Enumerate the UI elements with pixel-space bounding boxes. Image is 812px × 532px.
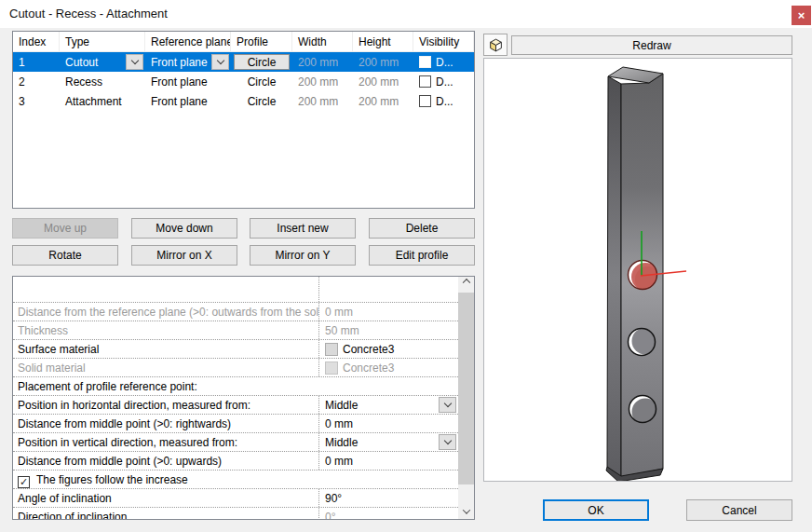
property-value[interactable]: 0 mm [319, 415, 458, 432]
cell-type: Attachment [60, 91, 145, 111]
chevron-down-icon [130, 57, 138, 64]
column-header-reference-plane: Reference plane [145, 32, 231, 51]
property-row-distance-rightwards: Distance from middle point (>0: rightwar… [13, 415, 458, 433]
cell-index: 1 [13, 52, 60, 72]
table-row-recess[interactable]: 2 Recess Front plane Circle 200 mm 200 m… [13, 72, 474, 91]
property-label: Surface material [13, 340, 319, 358]
cell-type: Cutout [60, 52, 145, 72]
property-value[interactable]: Concrete3 [319, 340, 458, 358]
column-header-height: Height [353, 32, 413, 51]
close-icon: × [798, 8, 805, 22]
column-header-type: Type [60, 32, 145, 51]
property-value: 0° [319, 508, 458, 520]
cancel-button[interactable]: Cancel [686, 499, 792, 521]
cell-reference-plane: Front plane [145, 72, 231, 91]
property-value[interactable]: 90° [319, 489, 458, 507]
type-dropdown-button[interactable] [126, 54, 143, 70]
close-button[interactable]: × [792, 6, 811, 25]
position-vertical-dropdown-button[interactable] [439, 434, 456, 450]
property-value: 50 mm [319, 321, 458, 339]
cell-profile: Circle [231, 91, 292, 111]
title-bar: Cutout - Recess - Attachment × [0, 0, 812, 28]
property-value[interactable]: 0 mm [319, 452, 458, 470]
property-value: Concrete3 [319, 359, 458, 376]
property-grid: Distance from the reference plane (>0: o… [12, 276, 475, 520]
profile-value: Circle [248, 75, 277, 89]
visibility-label: D... [436, 95, 453, 108]
mirror-on-x-button[interactable]: Mirror on X [131, 245, 237, 266]
property-row-thickness: Thickness 50 mm [13, 321, 458, 340]
property-row-solid-material: Solid material Concrete3 [13, 359, 458, 377]
redraw-button[interactable]: Redraw [511, 35, 792, 55]
type-value: Attachment [65, 95, 122, 108]
property-label: Solid material [13, 359, 319, 376]
perspective-view-button[interactable] [483, 34, 508, 56]
property-row-position-horizontal: Position in horizontal direction, measur… [13, 396, 458, 415]
property-label: Thickness [13, 321, 319, 339]
property-label: Placement of profile reference point: [13, 377, 458, 395]
property-row-distance-reference-plane: Distance from the reference plane (>0: o… [13, 303, 458, 321]
property-row-distance-upwards: Distance from middle point (>0: upwards)… [13, 452, 458, 471]
type-value: Cutout [65, 56, 98, 69]
cell-height: 200 mm [353, 72, 413, 91]
property-label: Position in vertical direction, measured… [13, 433, 319, 451]
scroll-up-button[interactable] [458, 277, 474, 293]
visibility-checkbox[interactable] [419, 56, 431, 68]
table-row-cutout[interactable]: 1 Cutout Front plane Circle 200 mm 200 m… [13, 52, 474, 72]
property-value[interactable]: Middle [319, 396, 458, 414]
cell-index: 2 [13, 72, 60, 91]
table-header: Index Type Reference plane Profile Width… [13, 32, 474, 52]
reference-plane-dropdown-button[interactable] [211, 54, 229, 70]
chevron-down-icon [462, 506, 469, 513]
type-value: Recess [65, 75, 102, 89]
mirror-on-y-button[interactable]: Mirror on Y [250, 245, 356, 266]
reference-plane-value: Front plane [151, 56, 208, 69]
property-label: Distance from middle point (>0: upwards) [13, 452, 319, 470]
items-table: Index Type Reference plane Profile Width… [12, 31, 475, 209]
cell-type: Recess [60, 72, 145, 91]
check-icon: ✓ [20, 476, 28, 487]
property-value: 0 mm [319, 303, 458, 321]
visibility-checkbox[interactable] [419, 75, 431, 88]
ok-button[interactable]: OK [543, 499, 649, 521]
delete-button[interactable]: Delete [369, 218, 475, 239]
material-swatch [325, 361, 338, 375]
cell-reference-plane: Front plane [145, 91, 231, 111]
scroll-down-button[interactable] [458, 503, 474, 519]
scrollbar-thumb[interactable] [458, 293, 474, 484]
rotate-button[interactable]: Rotate [12, 245, 118, 266]
property-row-direction-of-inclination: Direction of inclination 0° [13, 508, 458, 520]
profile-button[interactable]: Circle [234, 54, 290, 70]
insert-new-button[interactable]: Insert new [250, 218, 356, 239]
column-header-index: Index [13, 32, 60, 51]
cell-width: 200 mm [292, 72, 353, 91]
figures-follow-checkbox[interactable]: ✓ [18, 476, 30, 488]
property-value[interactable]: Middle [319, 433, 458, 451]
visibility-checkbox[interactable] [419, 95, 431, 107]
reference-plane-value: Front plane [151, 95, 208, 108]
cell-profile: Circle [231, 72, 292, 91]
reference-plane-value: Front plane [151, 75, 208, 89]
column-left-face [607, 76, 621, 478]
window-title: Cutout - Recess - Attachment [9, 7, 168, 20]
column-header-width: Width [292, 32, 353, 51]
property-grid-scrollbar[interactable] [458, 277, 474, 519]
preview-3d-viewport[interactable] [483, 58, 792, 482]
property-row-empty [13, 277, 458, 303]
property-row-position-vertical: Position in vertical direction, measured… [13, 433, 458, 452]
move-up-button[interactable]: Move up [12, 218, 118, 239]
property-label: Distance from middle point (>0: rightwar… [13, 415, 319, 432]
table-row-attachment[interactable]: 3 Attachment Front plane Circle 200 mm 2… [13, 91, 474, 111]
edit-profile-button[interactable]: Edit profile [369, 245, 475, 266]
move-down-button[interactable]: Move down [131, 218, 237, 239]
cell-width: 200 mm [292, 91, 353, 111]
material-swatch[interactable] [325, 343, 338, 356]
chevron-down-icon [443, 437, 451, 444]
property-row-placement-heading: Placement of profile reference point: [13, 377, 458, 396]
cube-icon [488, 37, 504, 53]
chevron-up-icon [462, 278, 469, 285]
position-horizontal-dropdown-button[interactable] [439, 397, 456, 413]
cell-visibility: D... [413, 91, 474, 111]
cell-visibility: D... [413, 72, 474, 91]
property-label: The figures follow the increase [36, 473, 188, 486]
